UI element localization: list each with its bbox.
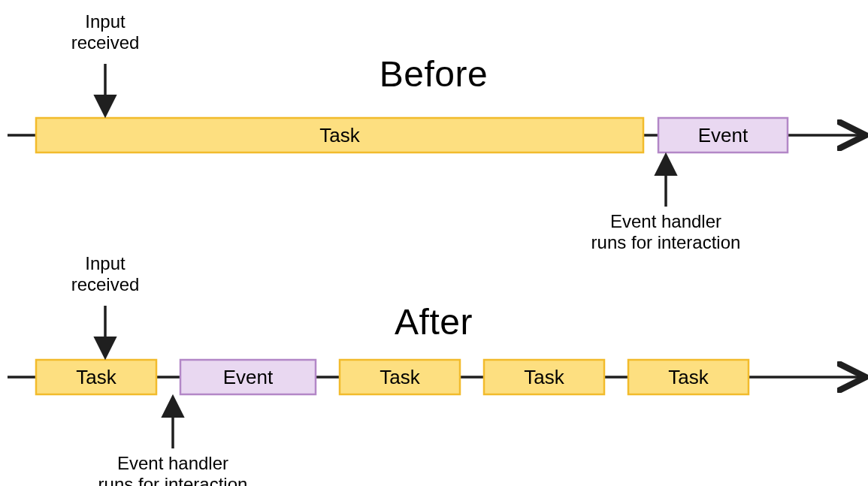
block-label: Task (380, 366, 420, 388)
timeline-block-event: Event (658, 118, 788, 152)
timeline-block-task-1: Task (36, 360, 156, 394)
event-handler-arrow: Event handler runs for interaction (591, 157, 741, 252)
block-label: Task (76, 366, 116, 388)
block-label: Task (668, 366, 709, 388)
timeline-block-task-4: Task (628, 360, 749, 394)
input-received-arrow: Inputreceived (71, 11, 140, 113)
event-handler-label-l1: Event handler (610, 211, 721, 231)
input-received-label: Inputreceived (71, 11, 140, 53)
after-timeline: TaskEventTaskTaskTask Inputreceived Even… (8, 253, 860, 486)
block-label: Task (319, 124, 360, 146)
event-handler-label-l2: runs for interaction (98, 474, 248, 486)
block-label: Event (223, 366, 274, 388)
block-label: Event (698, 124, 749, 146)
event-handler-label-l1: Event handler (117, 453, 228, 473)
heading-before: Before (380, 54, 488, 94)
heading-after: After (395, 302, 473, 342)
timeline-block-task-long: Task (36, 118, 643, 152)
timeline-block-task-2: Task (340, 360, 460, 394)
block-label: Task (524, 366, 564, 388)
event-handler-label-l2: runs for interaction (591, 232, 741, 252)
input-received-arrow: Inputreceived (71, 253, 140, 355)
input-received-label: Inputreceived (71, 253, 140, 294)
event-handler-arrow: Event handler runs for interaction (98, 399, 248, 486)
timeline-block-event: Event (180, 360, 316, 394)
timeline-block-task-3: Task (484, 360, 604, 394)
before-timeline: TaskEvent Inputreceived Event handler ru… (8, 11, 860, 252)
